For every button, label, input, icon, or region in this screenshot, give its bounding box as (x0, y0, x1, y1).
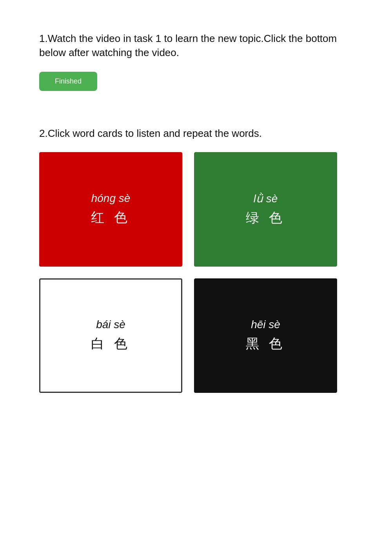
word-card-bai-se[interactable]: bái sè白 色 (39, 278, 182, 393)
section-1: 1.Watch the video in task 1 to learn the… (39, 31, 353, 111)
instruction-2: 2.Click word cards to listen and repeat … (39, 126, 353, 140)
finished-button[interactable]: Finished (39, 72, 97, 91)
instruction-1: 1.Watch the video in task 1 to learn the… (39, 31, 353, 60)
card-chinese-lv-se: 绿 色 (246, 209, 285, 227)
word-cards-grid: hóng sè红 色lǜ sè绿 色bái sè白 色hēi sè黑 色 (39, 152, 337, 393)
word-card-lv-se[interactable]: lǜ sè绿 色 (194, 152, 337, 267)
card-chinese-hei-se: 黑 色 (246, 335, 285, 353)
card-chinese-bai-se: 白 色 (91, 335, 131, 353)
card-pinyin-bai-se: bái sè (96, 318, 125, 331)
card-pinyin-lv-se: lǜ sè (254, 192, 278, 205)
card-pinyin-hong-se: hóng sè (91, 192, 131, 205)
word-card-hei-se[interactable]: hēi sè黑 色 (194, 278, 337, 393)
card-pinyin-hei-se: hēi sè (251, 318, 280, 331)
word-card-hong-se[interactable]: hóng sè红 色 (39, 152, 182, 267)
card-chinese-hong-se: 红 色 (91, 209, 131, 227)
section-2: 2.Click word cards to listen and repeat … (39, 126, 353, 393)
